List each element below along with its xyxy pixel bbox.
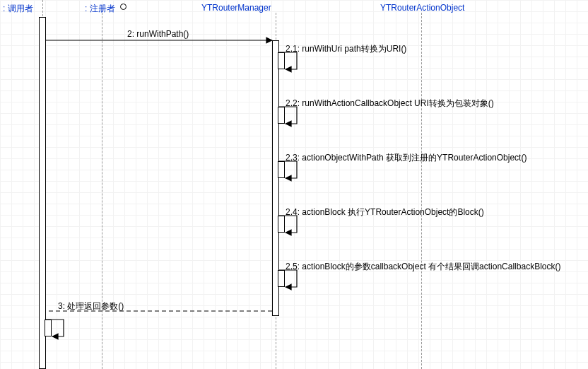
activation-self-2-4 [278, 216, 285, 233]
participant-router-action-object: YTRouterActionObject [380, 3, 464, 13]
activation-caller [39, 17, 46, 369]
msg-2-2: 2.2: runWithActionCallbackObject URI转换为包… [286, 98, 494, 110]
msg-2-3: 2.3: actionObjectWithPath 获取到注册的YTRouter… [286, 152, 527, 164]
lifeline-registrar [102, 13, 102, 369]
participant-caller: : 调用者 [3, 3, 33, 15]
msg-3: 3: 处理返回参数() [58, 300, 124, 312]
lifeline-router-action-object [421, 13, 422, 369]
activation-self-3 [45, 320, 52, 336]
activation-self-2-1 [278, 52, 285, 69]
msg-2: 2: runWithPath() [127, 29, 189, 39]
msg-2-5: 2.5: actionBlock的参数callbackObject 有个结果回调… [286, 261, 560, 273]
msg-2-4: 2.4: actionBlock 执行YTRouterActionObject的… [286, 206, 484, 218]
activation-self-2-2 [278, 107, 285, 124]
actor-icon [120, 4, 127, 10]
msg-2-1: 2.1: runWithUri path转换为URI() [286, 43, 406, 55]
activation-self-2-3 [278, 161, 285, 178]
participant-registrar: : 注册者 [85, 3, 115, 15]
participant-router-manager: YTRouterManager [201, 3, 271, 13]
activation-self-2-5 [278, 270, 285, 287]
